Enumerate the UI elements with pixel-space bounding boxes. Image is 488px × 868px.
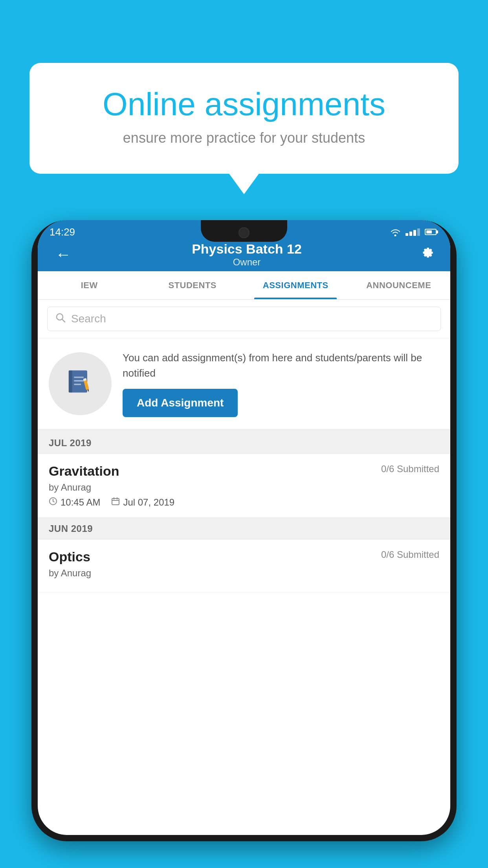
phone-wrapper: 14:29 (31, 220, 457, 868)
tab-assignments[interactable]: ASSIGNMENTS (244, 271, 347, 299)
phone-notch (201, 220, 287, 242)
assignment-item-gravitation[interactable]: Gravitation 0/6 Submitted by Anurag (38, 454, 450, 518)
status-icons (390, 228, 437, 236)
tab-iew[interactable]: IEW (38, 271, 141, 299)
assignment-submitted-gravitation: 0/6 Submitted (381, 463, 439, 474)
search-placeholder: Search (71, 313, 106, 325)
assignment-name-gravitation: Gravitation (49, 463, 119, 479)
add-assignment-button[interactable]: Add Assignment (123, 389, 238, 417)
notebook-icon (62, 366, 98, 401)
assignment-submitted-optics: 0/6 Submitted (381, 549, 439, 560)
status-time: 14:29 (50, 226, 75, 238)
app-bar-subtitle: Owner (73, 257, 420, 268)
promo-text: You can add assignment(s) from here and … (123, 350, 439, 381)
svg-line-2 (62, 319, 65, 322)
speech-bubble: Online assignments ensure more practice … (29, 63, 459, 174)
svg-line-13 (53, 501, 54, 502)
assignment-by-gravitation: by Anurag (49, 482, 439, 493)
clock-icon (49, 497, 57, 508)
search-input[interactable]: Search (47, 307, 441, 331)
tab-announcements[interactable]: ANNOUNCEME (347, 271, 451, 299)
assignment-item-optics[interactable]: Optics 0/6 Submitted by Anurag (38, 540, 450, 592)
tab-students[interactable]: STUDENTS (141, 271, 244, 299)
search-bar: Search (38, 300, 450, 338)
assignment-date-gravitation: Jul 07, 2019 (111, 497, 174, 508)
phone-screen: 14:29 (38, 220, 450, 835)
settings-button[interactable] (420, 246, 435, 263)
phone: 14:29 (31, 220, 457, 841)
svg-marker-9 (87, 389, 89, 392)
svg-rect-7 (74, 384, 81, 385)
assignment-by-optics: by Anurag (49, 568, 439, 579)
assignment-meta-gravitation: 10:45 AM Jul 07, 2019 (49, 497, 439, 508)
svg-rect-4 (69, 370, 72, 392)
battery-icon (425, 229, 437, 235)
tab-bar: IEW STUDENTS ASSIGNMENTS ANNOUNCEME (38, 271, 450, 300)
svg-point-0 (394, 235, 396, 237)
section-header-jun: JUN 2019 (38, 518, 450, 540)
section-header-jul: JUL 2019 (38, 432, 450, 454)
search-icon (55, 313, 66, 326)
assignment-time-gravitation: 10:45 AM (49, 497, 100, 508)
app-bar-title-area: Physics Batch 12 Owner (73, 241, 420, 268)
promo-content: You can add assignment(s) from here and … (123, 350, 439, 417)
speech-bubble-title: Online assignments (57, 86, 431, 122)
svg-rect-14 (112, 498, 119, 505)
phone-camera (238, 227, 250, 238)
calendar-icon (111, 497, 120, 508)
wifi-icon (390, 228, 401, 236)
notebook-icon-circle (49, 352, 112, 415)
svg-rect-6 (74, 380, 84, 381)
add-assignment-promo: You can add assignment(s) from here and … (38, 338, 450, 432)
speech-bubble-subtitle: ensure more practice for your students (57, 130, 431, 146)
assignment-name-optics: Optics (49, 549, 90, 565)
back-button[interactable]: ← (53, 244, 73, 265)
svg-rect-5 (74, 377, 84, 378)
signal-icon (405, 228, 420, 236)
